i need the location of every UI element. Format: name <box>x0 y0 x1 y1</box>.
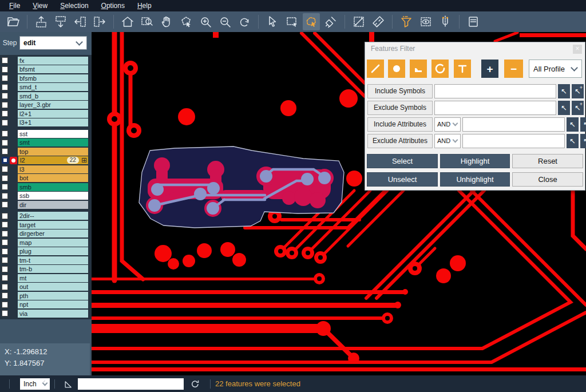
layer-visibility-checkbox[interactable] <box>2 148 8 155</box>
unhighlight-button[interactable]: Unhighlight <box>440 172 510 187</box>
layer-visibility-checkbox[interactable] <box>2 284 8 290</box>
layer-name-label[interactable]: mt <box>18 274 88 282</box>
snap-magnet-icon[interactable] <box>437 13 454 30</box>
highlight-button[interactable]: Highlight <box>440 154 510 168</box>
negative-polarity-button[interactable]: − <box>504 60 523 78</box>
menu-item-options[interactable]: Options <box>96 1 130 11</box>
move-up-icon[interactable] <box>33 13 50 30</box>
layer-name-label[interactable]: l2+1 <box>18 110 88 118</box>
zoom-in-icon[interactable] <box>197 13 214 30</box>
layer-name-label[interactable]: bfsmb <box>18 74 88 82</box>
layer-row-bfsmt[interactable]: bfsmt <box>0 65 92 74</box>
layer-name-label[interactable]: smb <box>18 183 88 191</box>
layer-name-label[interactable]: l3+1 <box>18 118 88 126</box>
layer-row-l2+1[interactable]: l2+1 <box>0 109 92 118</box>
move-right-icon[interactable] <box>91 13 108 30</box>
pick-arrow-add-button[interactable]: ↖+ <box>572 84 584 98</box>
features-filter-icon[interactable] <box>398 13 415 30</box>
pick-arrow-add-button[interactable]: ↖+ <box>572 101 584 115</box>
layer-name-label[interactable]: tm-b <box>18 265 88 273</box>
layer-visibility-checkbox[interactable] <box>2 213 8 219</box>
layer-visibility-checkbox[interactable] <box>2 275 8 281</box>
profile-combo[interactable]: All Profile <box>529 60 582 78</box>
layer-name-label[interactable]: map <box>18 239 88 247</box>
move-down-icon[interactable] <box>52 13 69 30</box>
layer-visibility-checkbox[interactable] <box>2 193 8 199</box>
layer-name-label[interactable]: sst <box>18 130 88 138</box>
layer-row-2dir--[interactable]: 2dir-- <box>0 212 92 221</box>
layer-visibility-checkbox[interactable] <box>2 266 8 272</box>
layer-row-dirgerber[interactable]: dirgerber <box>0 229 92 239</box>
layer-name-label[interactable]: dir <box>18 201 88 209</box>
layer-visibility-checkbox[interactable] <box>2 292 8 299</box>
layer-name-label[interactable]: via <box>18 310 88 318</box>
layer-visibility-checkbox[interactable] <box>2 166 8 172</box>
pick-arrow-button[interactable]: ↖ <box>558 84 570 98</box>
filter-value-input[interactable] <box>434 101 556 115</box>
step-combo[interactable]: edit <box>19 36 87 50</box>
reset-button[interactable]: Reset <box>512 154 583 168</box>
layer-row-tm-t[interactable]: tm-t <box>0 256 92 265</box>
measure-line-icon[interactable] <box>350 13 367 30</box>
pick-arrow-button[interactable]: ↖ <box>558 101 570 115</box>
layer-name-label[interactable]: fx <box>18 57 88 65</box>
layer-visibility-checkbox[interactable] <box>2 201 8 208</box>
pick-arrow-add-button[interactable]: ↖+ <box>580 134 586 148</box>
layer-visibility-checkbox[interactable] <box>2 184 8 190</box>
menu-item-selection[interactable]: Selection <box>54 1 94 11</box>
pick-arrow-add-button[interactable]: ↖+ <box>580 117 586 132</box>
layer-name-label[interactable]: pth <box>18 292 88 300</box>
layer-visibility-checkbox[interactable] <box>2 120 8 126</box>
polygon-select-icon[interactable] <box>303 13 320 30</box>
exclude-attributes-button[interactable]: Exclude Attributes <box>367 134 433 148</box>
menu-item-file[interactable]: File <box>3 1 26 11</box>
layer-visibility-checkbox[interactable] <box>2 310 8 316</box>
layer-visibility-checkbox[interactable] <box>2 102 8 108</box>
layer-name-label[interactable]: layer_3.gbr <box>18 101 88 109</box>
layer-name-label[interactable]: out <box>18 283 88 291</box>
layer-name-label[interactable]: smt <box>18 138 88 146</box>
layer-row-bfsmb[interactable]: bfsmb <box>0 74 92 83</box>
line-feature-icon[interactable] <box>367 60 384 78</box>
layer-row-bot[interactable]: bot <box>0 174 92 183</box>
layer-name-label[interactable]: top <box>18 148 88 156</box>
layer-row-plug[interactable]: plug <box>0 247 92 256</box>
logic-combo[interactable]: AND <box>434 134 461 148</box>
layer-visibility-checkbox[interactable] <box>2 157 9 164</box>
layer-row-map[interactable]: map <box>0 238 92 247</box>
layer-row-dir[interactable]: dir <box>0 200 92 209</box>
layer-row-fx[interactable]: fx <box>0 56 92 65</box>
unselect-button[interactable]: Unselect <box>367 172 438 187</box>
layer-name-label[interactable]: npt <box>18 300 88 308</box>
layer-visibility-checkbox[interactable] <box>2 302 8 308</box>
layer-visibility-checkbox[interactable] <box>2 140 8 146</box>
report-icon[interactable] <box>465 13 482 30</box>
layer-row-smt[interactable]: smt <box>0 138 92 148</box>
layer-name-label[interactable]: plug <box>18 247 88 255</box>
layer-row-layer_3.gbr[interactable]: layer_3.gbr <box>0 101 92 110</box>
layer-name-label[interactable]: target <box>18 221 88 229</box>
units-combo[interactable]: Inch <box>20 378 50 390</box>
filter-value-input[interactable] <box>462 134 565 148</box>
menu-item-help[interactable]: Help <box>132 1 157 11</box>
layer-row-out[interactable]: out <box>0 283 92 292</box>
layer-row-smd_t[interactable]: smd_t <box>0 83 92 92</box>
zoom-window-icon[interactable] <box>138 13 156 30</box>
layer-visibility-checkbox[interactable] <box>2 239 8 246</box>
zoom-previous-icon[interactable] <box>236 13 253 30</box>
close-button[interactable]: Close <box>512 172 583 187</box>
layer-name-label[interactable]: l222⊞ <box>18 156 88 164</box>
rectangle-select-icon[interactable] <box>283 13 300 30</box>
layer-row-target[interactable]: target <box>0 220 92 229</box>
select-cursor-icon[interactable] <box>264 13 281 30</box>
layer-name-label[interactable]: bfsmt <box>18 65 88 73</box>
close-icon[interactable]: × <box>573 45 582 54</box>
layer-visibility-checkbox[interactable] <box>2 66 8 73</box>
surface-feature-icon[interactable] <box>410 60 427 78</box>
layer-visibility-checkbox[interactable] <box>2 130 8 137</box>
layer-row-tm-b[interactable]: tm-b <box>0 265 92 274</box>
layer-name-label[interactable]: smd_t <box>18 83 88 91</box>
layer-name-label[interactable]: l3 <box>18 165 88 173</box>
layer-name-label[interactable]: bot <box>18 174 88 182</box>
layer-row-via[interactable]: via <box>0 309 92 318</box>
